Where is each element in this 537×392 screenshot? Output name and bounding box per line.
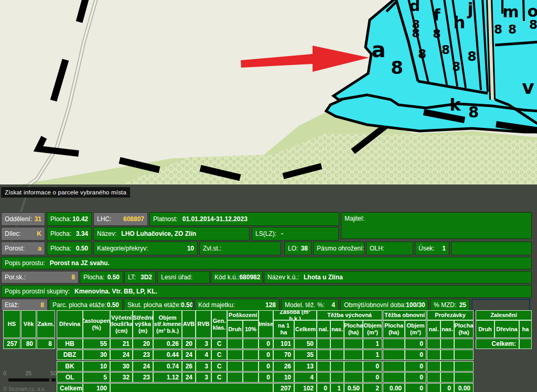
table-cell (227, 350, 243, 360)
table-cell (441, 339, 454, 349)
field-value: 680982 (239, 274, 263, 281)
header-drevina: Dřevina (57, 310, 83, 338)
field-kod_majetku: Kód majetku:128 (195, 299, 280, 311)
table-cell (243, 372, 259, 383)
total-cell: 2 (363, 383, 382, 392)
header-avb: AVB (182, 310, 196, 338)
header-tezba_vychovna-objem_m3: Objem (m³) (363, 320, 382, 338)
table-cell: C (211, 339, 227, 349)
field-value: K (37, 230, 45, 237)
table-cell (227, 361, 243, 372)
field-value: 0.50 (107, 301, 122, 309)
table-cell (441, 361, 454, 372)
header-objem_kmene: Objem stř.kmene (m³ b.k.) (153, 310, 182, 338)
table-cell (330, 350, 344, 360)
header-group-prorezavky: Prořezávky (427, 310, 474, 320)
field-pasmo: Pásmo ohrožení:D (313, 242, 364, 255)
header-zasoba-celkem: Celkem (294, 320, 317, 338)
field-label: Skut. plocha etáže: (124, 301, 181, 309)
total-cell: 102 (294, 383, 317, 392)
total-cell: 1 (330, 383, 344, 392)
table-cell: 30 (83, 350, 110, 360)
table-cell-left: 80 (21, 339, 36, 349)
field-value: Porost na JZ svahu. (50, 259, 110, 267)
field-lt: LT:3D2 (124, 271, 156, 284)
field-value: 10 (187, 245, 197, 252)
table-cell: 3 (196, 372, 211, 383)
total-row-spacer (110, 383, 273, 392)
table-cell: 0 (405, 372, 426, 383)
field-value: 3D2 (141, 274, 155, 281)
table-cell: 0 (259, 372, 273, 383)
table-cell: 1 (363, 339, 382, 349)
table-cell (344, 339, 363, 349)
field-zvlst: Zvl.st.: (199, 242, 281, 255)
field-value: 0.50 (76, 245, 91, 252)
table-cell (317, 372, 330, 383)
field-label: % MZD: (431, 301, 456, 309)
field-popis_skupiny: Popis porostní skupiny:Kmenovina. Vtr. B… (1, 285, 532, 298)
table-cell: 4 (196, 350, 211, 360)
scale-bar-tick (51, 378, 56, 382)
table-cell (243, 350, 259, 360)
field-value: 100/30 (406, 301, 428, 309)
field-parc_plocha: Parc. plocha etáže:0.50 (49, 299, 123, 311)
table-cell: 5 (83, 372, 110, 383)
header-group-tezba_vychovna: Těžba výchovná (317, 310, 382, 320)
field-label: Plocha: (47, 245, 71, 252)
table-cell: 3 (196, 339, 211, 349)
field-plocha3: Plocha:0.50 (47, 242, 92, 255)
header-rvb: RVB (196, 310, 211, 338)
header-poskozeni-pct10: 10% (243, 320, 259, 338)
field-skut_plocha: Skut. plocha etáže:0.50 (124, 299, 193, 311)
total-cell: 207 (273, 383, 294, 392)
table-cell: 70 (273, 350, 294, 360)
table-cell: 26 (182, 361, 196, 372)
field-value: 38 (301, 245, 311, 252)
field-value: 3.34 (76, 230, 91, 237)
field-value: Kmenovina. Vtr. BB, LP, KL. (74, 288, 157, 295)
field-label: Název k.ú.: (264, 274, 299, 281)
table-cell (454, 339, 474, 349)
table-cell: 20 (133, 339, 153, 349)
field-label: LT: (125, 274, 136, 281)
scale-label-0: 0 (3, 370, 6, 376)
field-label: Popis porostní skupiny: (2, 288, 70, 295)
field-majitel: Majitel: (341, 212, 532, 239)
map-canvas[interactable]: a8dfhjmo8888888888k8v (0, 0, 537, 184)
table-cell: 1.12 (153, 372, 182, 383)
field-popis_porostu: Popis porostu:Porost na JZ svahu. (1, 257, 532, 269)
field-value: 25 (459, 301, 469, 309)
field-value: - (281, 230, 283, 237)
field-value: 1 (442, 245, 449, 252)
field-label: Kategorie/překryv: (94, 245, 148, 252)
field-label: Porost: (2, 245, 25, 252)
table-cell (427, 339, 441, 349)
field-label: Kód majetku: (195, 301, 235, 309)
empty-field (451, 242, 532, 255)
header-tezba_obnovni-objem_m3: Objem (m³) (405, 320, 426, 338)
field-model_tez: Model. těž. %:4 (281, 299, 339, 311)
scale-label-25: 25 (25, 370, 31, 376)
header-prorezavky-plocha_ha: Plocha (ha) (454, 320, 474, 338)
field-label: Parc. plocha etáže: (49, 301, 106, 309)
table-cell (383, 361, 405, 372)
field-plocha1: Plocha:10.42 (47, 212, 92, 226)
table-cell: C (211, 372, 227, 383)
total-cell: 0 (317, 383, 330, 392)
field-value: 128 (265, 301, 279, 309)
field-label: Majitel: (341, 215, 364, 222)
table-cell: C (211, 361, 227, 372)
table-cell (454, 361, 474, 372)
table-cell: DBZ (57, 350, 83, 360)
total-cell: 0.00 (454, 383, 474, 392)
field-kod_ku: Kód k.ú.:680982 (211, 271, 263, 284)
table-cell: 0 (405, 350, 426, 360)
table-cell (227, 339, 243, 349)
table-cell: 101 (273, 339, 294, 349)
field-label: Por.sk.: (2, 274, 26, 281)
field-label: Obmýtí/obnovní doba: (341, 301, 406, 309)
field-platnost: Platnost:01.01.2014-31.12.2023 (149, 212, 339, 226)
table-cell (427, 361, 441, 372)
table-cell (344, 361, 363, 372)
